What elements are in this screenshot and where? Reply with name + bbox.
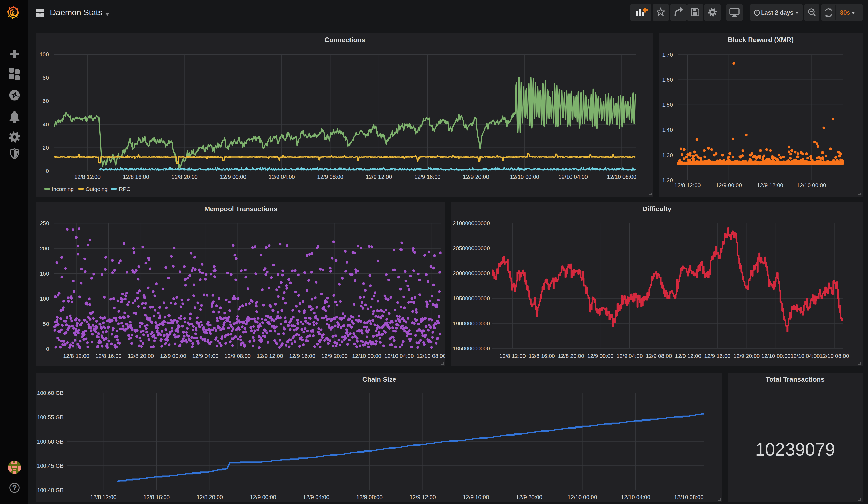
svg-text:12/8 12:00: 12/8 12:00 — [90, 494, 116, 500]
svg-text:12/9 12:00: 12/9 12:00 — [675, 353, 701, 359]
svg-text:RPC: RPC — [119, 186, 130, 192]
svg-text:12/8 12:00: 12/8 12:00 — [63, 353, 90, 359]
svg-text:250: 250 — [40, 220, 49, 226]
svg-text:12/10 00:00: 12/10 00:00 — [761, 353, 791, 359]
svg-text:12/9 12:00: 12/9 12:00 — [757, 182, 783, 188]
svg-text:12/9 00:00: 12/9 00:00 — [250, 494, 276, 500]
svg-text:12/9 12:00: 12/9 12:00 — [366, 174, 392, 180]
svg-text:12/10 08:00: 12/10 08:00 — [607, 174, 637, 180]
svg-text:100.45 GB: 100.45 GB — [37, 463, 64, 469]
svg-text:100: 100 — [40, 296, 49, 302]
svg-text:12/10 04:00: 12/10 04:00 — [621, 494, 650, 500]
svg-text:12/8 16:00: 12/8 16:00 — [123, 174, 149, 180]
svg-text:12/9 16:00: 12/9 16:00 — [414, 174, 441, 180]
svg-text:12/10 08:00: 12/10 08:00 — [820, 353, 849, 359]
svg-text:12/10 00:00: 12/10 00:00 — [510, 174, 539, 180]
svg-text:12/9 12:00: 12/9 12:00 — [410, 494, 436, 500]
svg-text:12/8 20:00: 12/8 20:00 — [128, 353, 154, 359]
svg-text:12/9 16:00: 12/9 16:00 — [289, 353, 316, 359]
svg-text:40: 40 — [43, 122, 49, 128]
svg-text:1.50: 1.50 — [662, 102, 673, 108]
svg-text:150: 150 — [40, 271, 49, 277]
svg-text:?: ? — [12, 484, 17, 492]
svg-text:12/8 12:00: 12/8 12:00 — [674, 182, 701, 188]
svg-text:Daemon Stats: Daemon Stats — [50, 8, 102, 17]
svg-text:12/9 08:00: 12/9 08:00 — [224, 353, 251, 359]
svg-text:200: 200 — [40, 246, 49, 252]
svg-text:12/9 16:00: 12/9 16:00 — [704, 353, 731, 359]
svg-text:12/8 20:00: 12/8 20:00 — [172, 174, 198, 180]
svg-text:Last 2 days: Last 2 days — [761, 9, 793, 16]
svg-text:12/9 16:00: 12/9 16:00 — [463, 494, 489, 500]
svg-text:185000000000: 185000000000 — [453, 346, 490, 352]
svg-text:Incoming: Incoming — [52, 186, 74, 192]
svg-text:12/9 04:00: 12/9 04:00 — [192, 353, 219, 359]
svg-text:100.60 GB: 100.60 GB — [37, 390, 64, 396]
svg-text:Outgoing: Outgoing — [85, 186, 107, 192]
svg-text:1.40: 1.40 — [662, 127, 673, 133]
svg-text:12/9 20:00: 12/9 20:00 — [463, 174, 489, 180]
svg-text:12/8 16:00: 12/8 16:00 — [143, 494, 170, 500]
svg-text:20: 20 — [43, 145, 49, 151]
svg-text:1.30: 1.30 — [662, 152, 673, 158]
svg-text:12/9 04:00: 12/9 04:00 — [617, 353, 643, 359]
svg-text:12/9 08:00: 12/9 08:00 — [356, 494, 383, 500]
svg-text:12/10 00:00: 12/10 00:00 — [797, 182, 826, 188]
svg-text:12/9 08:00: 12/9 08:00 — [317, 174, 343, 180]
svg-text:1.60: 1.60 — [662, 77, 673, 83]
svg-text:12/9 20:00: 12/9 20:00 — [733, 353, 760, 359]
svg-text:12/10 08:00: 12/10 08:00 — [674, 494, 704, 500]
svg-text:12/10 08:00: 12/10 08:00 — [417, 353, 445, 359]
svg-text:100.50 GB: 100.50 GB — [37, 439, 64, 445]
svg-text:12/10 04:00: 12/10 04:00 — [790, 353, 820, 359]
svg-text:12/10 04:00: 12/10 04:00 — [558, 174, 588, 180]
svg-text:12/10 00:00: 12/10 00:00 — [568, 494, 597, 500]
svg-text:12/9 20:00: 12/9 20:00 — [321, 353, 348, 359]
svg-text:12/9 00:00: 12/9 00:00 — [587, 353, 614, 359]
svg-text:0: 0 — [46, 346, 49, 352]
svg-text:1.20: 1.20 — [662, 177, 673, 184]
svg-text:50: 50 — [43, 321, 49, 327]
svg-text:12/10 04:00: 12/10 04:00 — [384, 353, 414, 359]
svg-text:80: 80 — [43, 75, 49, 81]
svg-text:60: 60 — [43, 98, 49, 104]
svg-text:100: 100 — [40, 51, 49, 58]
svg-text:30s: 30s — [840, 9, 850, 16]
svg-text:12/8 16:00: 12/8 16:00 — [529, 353, 555, 359]
svg-text:200000000000: 200000000000 — [453, 270, 490, 277]
svg-text:12/8 12:00: 12/8 12:00 — [499, 353, 526, 359]
svg-text:12/8 20:00: 12/8 20:00 — [197, 494, 223, 500]
svg-text:205000000000: 205000000000 — [453, 245, 490, 251]
svg-text:12/9 20:00: 12/9 20:00 — [516, 494, 542, 500]
svg-text:12/9 08:00: 12/9 08:00 — [646, 353, 672, 359]
svg-text:0: 0 — [46, 168, 49, 174]
svg-text:12/9 00:00: 12/9 00:00 — [160, 353, 186, 359]
svg-text:12/10 00:00: 12/10 00:00 — [352, 353, 382, 359]
svg-text:12/8 16:00: 12/8 16:00 — [95, 353, 122, 359]
svg-text:12/9 04:00: 12/9 04:00 — [269, 174, 295, 180]
svg-text:12/9 04:00: 12/9 04:00 — [303, 494, 329, 500]
svg-text:12/9 12:00: 12/9 12:00 — [257, 353, 283, 359]
svg-text:100.55 GB: 100.55 GB — [37, 414, 64, 421]
svg-text:12/9 00:00: 12/9 00:00 — [220, 174, 246, 180]
svg-text:210000000000: 210000000000 — [453, 220, 490, 226]
svg-text:195000000000: 195000000000 — [453, 296, 490, 302]
svg-text:12/8 12:00: 12/8 12:00 — [74, 174, 101, 180]
svg-text:12/8 20:00: 12/8 20:00 — [558, 353, 584, 359]
svg-text:1.70: 1.70 — [662, 52, 673, 58]
svg-text:100.40 GB: 100.40 GB — [37, 487, 64, 493]
svg-text:190000000000: 190000000000 — [453, 320, 490, 327]
svg-text:12/9 00:00: 12/9 00:00 — [716, 182, 742, 188]
